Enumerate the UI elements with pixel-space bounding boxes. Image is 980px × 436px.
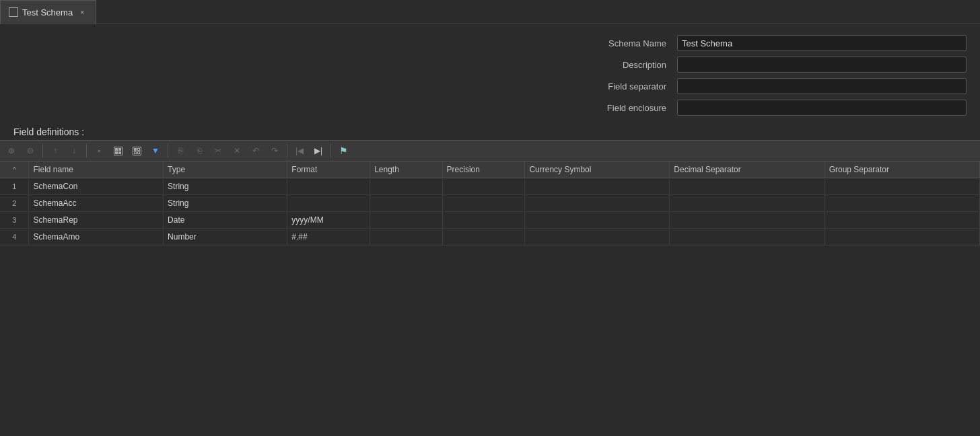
- cell-decimal_separator[interactable]: [670, 229, 825, 246]
- col-header-type[interactable]: Type: [164, 161, 287, 178]
- undo-icon: ↶: [252, 146, 259, 155]
- copy-btn[interactable]: ⎘: [172, 143, 189, 159]
- redo-icon: ↷: [271, 146, 278, 155]
- next-btn[interactable]: ▶|: [310, 143, 327, 159]
- cell-currency_symbol[interactable]: [525, 195, 670, 212]
- form-grid: Schema Name Description Field separator …: [607, 35, 967, 116]
- cell-length[interactable]: [370, 229, 442, 246]
- col-header-num[interactable]: ^: [0, 161, 29, 178]
- cell-field_name[interactable]: SchemaAmo: [29, 229, 164, 246]
- table-row[interactable]: 2SchemaAccString: [0, 195, 980, 212]
- select-all-btn[interactable]: [109, 143, 127, 159]
- add-row-btn[interactable]: ⊕: [3, 143, 20, 159]
- field-definitions-label: Field definitions :: [0, 122, 980, 140]
- field-enclosure-input[interactable]: [677, 100, 967, 116]
- col-header-precision[interactable]: Precision: [442, 161, 525, 178]
- cell-currency_symbol[interactable]: [525, 212, 670, 229]
- cell-length[interactable]: [370, 195, 442, 212]
- paste-btn[interactable]: ⎗: [190, 143, 208, 159]
- description-label: Description: [607, 60, 670, 70]
- description-input[interactable]: [677, 57, 967, 73]
- cell-decimal_separator[interactable]: [670, 212, 825, 229]
- col-header-group[interactable]: Group Separator: [825, 161, 979, 178]
- cell-precision[interactable]: [442, 195, 525, 212]
- cell-field_name[interactable]: SchemaCon: [29, 178, 164, 195]
- sort-arrow-icon: ^: [13, 166, 16, 174]
- table-body: 1SchemaConString2SchemaAccString3SchemaR…: [0, 178, 980, 246]
- separator-1: [42, 144, 43, 157]
- test-schema-tab[interactable]: Test Schema ×: [0, 0, 96, 24]
- cell-type[interactable]: String: [164, 195, 287, 212]
- cell-length[interactable]: [370, 178, 442, 195]
- delete-btn[interactable]: ✕: [228, 143, 246, 159]
- cell-length[interactable]: [370, 212, 442, 229]
- cell-currency_symbol[interactable]: [525, 178, 670, 195]
- deselect-btn[interactable]: [128, 143, 145, 159]
- filter-btn[interactable]: ▼: [147, 143, 164, 159]
- schema-name-input[interactable]: [677, 35, 967, 51]
- cell-field_name[interactable]: SchemaRep: [29, 212, 164, 229]
- field-definitions-table-container[interactable]: ^ Field name Type Format Length Precisio…: [0, 161, 980, 436]
- remove-row-btn[interactable]: ⊖: [22, 143, 39, 159]
- table-row[interactable]: 3SchemaRepDateyyyy/MM: [0, 212, 980, 229]
- add-icon: ⊕: [8, 146, 15, 155]
- cell-precision[interactable]: [442, 178, 525, 195]
- table-header-row: ^ Field name Type Format Length Precisio…: [0, 161, 980, 178]
- move-up-btn[interactable]: ↑: [46, 143, 64, 159]
- separator-4: [287, 144, 287, 157]
- next-icon: ▶|: [314, 146, 322, 155]
- cut-btn[interactable]: ✂: [209, 143, 227, 159]
- table-row[interactable]: 1SchemaConString: [0, 178, 980, 195]
- cell-type[interactable]: Date: [164, 212, 287, 229]
- table-row[interactable]: 4SchemaAmoNumber#.##: [0, 229, 980, 246]
- redo-btn[interactable]: ↷: [266, 143, 283, 159]
- tab-bar: Test Schema ×: [0, 0, 980, 24]
- stop-icon: ▪: [98, 146, 100, 155]
- col-header-decimal[interactable]: Decimal Separator: [670, 161, 825, 178]
- form-section: Schema Name Description Field separator …: [0, 24, 980, 122]
- toolbar: ⊕ ⊖ ↑ ↓ ▪: [0, 140, 980, 161]
- main-content: Schema Name Description Field separator …: [0, 24, 980, 436]
- col-header-fieldname[interactable]: Field name: [29, 161, 164, 178]
- cell-group_separator[interactable]: [825, 178, 979, 195]
- col-header-currency[interactable]: Currency Symbol: [525, 161, 670, 178]
- import-btn[interactable]: ⚑: [335, 143, 352, 159]
- schema-name-label: Schema Name: [607, 38, 670, 48]
- cell-num: 3: [0, 212, 29, 229]
- cell-format[interactable]: yyyy/MM: [287, 212, 370, 229]
- cell-precision[interactable]: [442, 212, 525, 229]
- col-header-length[interactable]: Length: [370, 161, 442, 178]
- tab-close-button[interactable]: ×: [77, 7, 88, 17]
- cell-group_separator[interactable]: [825, 212, 979, 229]
- cut-icon: ✂: [215, 146, 221, 155]
- cell-type[interactable]: Number: [164, 229, 287, 246]
- first-btn[interactable]: |◀: [291, 143, 308, 159]
- cell-format[interactable]: [287, 195, 370, 212]
- clear-btn[interactable]: ▪: [90, 143, 108, 159]
- paste-icon: ⎗: [197, 146, 202, 155]
- cell-field_name[interactable]: SchemaAcc: [29, 195, 164, 212]
- cell-currency_symbol[interactable]: [525, 229, 670, 246]
- cell-format[interactable]: [287, 178, 370, 195]
- select-all-icon: [114, 147, 123, 155]
- cell-decimal_separator[interactable]: [670, 178, 825, 195]
- separator-5: [330, 144, 331, 157]
- move-down-btn[interactable]: ↓: [65, 143, 83, 159]
- cell-num: 2: [0, 195, 29, 212]
- flag-icon: ⚑: [339, 145, 348, 156]
- filter-icon: ▼: [151, 146, 160, 155]
- field-separator-input[interactable]: [677, 78, 967, 94]
- delete-icon: ✕: [234, 146, 240, 155]
- arrow-up-icon: ↑: [53, 146, 57, 155]
- cell-group_separator[interactable]: [825, 229, 979, 246]
- cell-group_separator[interactable]: [825, 195, 979, 212]
- separator-3: [168, 144, 168, 157]
- cell-precision[interactable]: [442, 229, 525, 246]
- cell-decimal_separator[interactable]: [670, 195, 825, 212]
- undo-btn[interactable]: ↶: [247, 143, 265, 159]
- cell-num: 4: [0, 229, 29, 246]
- cell-format[interactable]: #.##: [287, 229, 370, 246]
- col-header-format[interactable]: Format: [287, 161, 370, 178]
- tab-label: Test Schema: [22, 7, 73, 17]
- cell-type[interactable]: String: [164, 178, 287, 195]
